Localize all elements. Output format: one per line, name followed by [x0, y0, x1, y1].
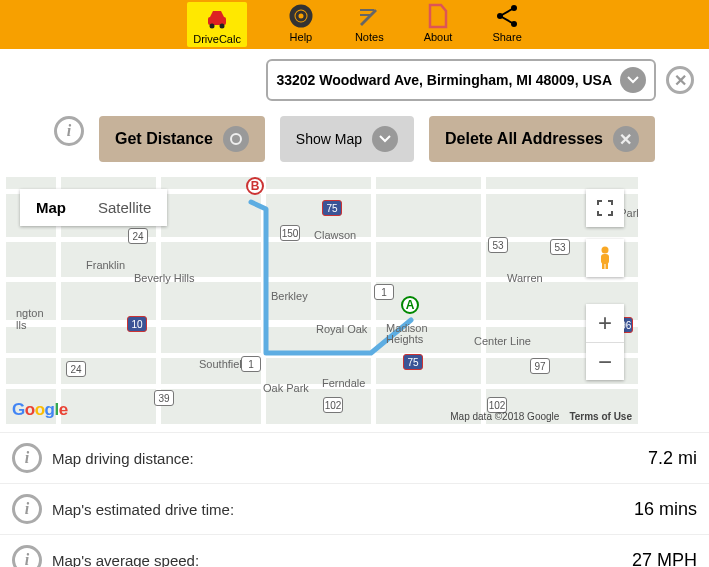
- svg-point-13: [602, 247, 609, 254]
- route-shield: 1: [374, 284, 394, 300]
- route-shield: 39: [154, 390, 174, 406]
- place-label: Center Line: [474, 335, 531, 347]
- route-shield: 75: [322, 200, 342, 216]
- map[interactable]: A B Franklin Beverly Hills Clawson Berkl…: [6, 177, 638, 424]
- place-label: Royal Oak: [316, 323, 367, 335]
- stat-value: 7.2 mi: [648, 448, 697, 469]
- nav-label: DriveCalc: [193, 33, 241, 45]
- stat-label: Map's estimated drive time:: [52, 501, 234, 518]
- gear-icon: [223, 126, 249, 152]
- stat-label: Map driving distance:: [52, 450, 194, 467]
- show-map-button[interactable]: Show Map: [280, 116, 414, 162]
- marker-b[interactable]: B: [246, 177, 266, 205]
- info-icon[interactable]: i: [12, 443, 42, 473]
- place-label: Ferndale: [322, 377, 365, 389]
- svg-rect-15: [602, 263, 605, 269]
- place-label: Berkley: [271, 290, 308, 302]
- stat-time: i Map's estimated drive time: 16 mins: [0, 483, 709, 534]
- svg-line-11: [500, 16, 514, 24]
- svg-rect-5: [360, 9, 374, 11]
- terms-link[interactable]: Terms of Use: [569, 411, 632, 422]
- notes-icon: [355, 2, 383, 30]
- place-label: Beverly Hills: [134, 272, 195, 284]
- svg-rect-14: [601, 254, 609, 264]
- map-type-satellite[interactable]: Satellite: [82, 189, 167, 226]
- close-icon: ✕: [613, 126, 639, 152]
- route-shield: 102: [323, 397, 343, 413]
- nav-drivecalc[interactable]: DriveCalc: [187, 2, 247, 47]
- stat-distance: i Map driving distance: 7.2 mi: [0, 432, 709, 483]
- place-label: Clawson: [314, 229, 356, 241]
- route-shield: 10: [127, 316, 147, 332]
- svg-rect-6: [360, 14, 370, 16]
- gear-icon: [287, 2, 315, 30]
- pegman-icon[interactable]: [586, 239, 624, 277]
- route-shield: 53: [488, 237, 508, 253]
- button-label: Show Map: [296, 131, 362, 147]
- svg-point-12: [231, 134, 241, 144]
- place-label: Warren: [507, 272, 543, 284]
- zoom-in-button[interactable]: +: [586, 304, 624, 342]
- stats-panel: i Map driving distance: 7.2 mi i Map's e…: [0, 424, 709, 567]
- svg-rect-0: [208, 17, 226, 25]
- button-row: i Get Distance Show Map Delete All Addre…: [0, 111, 709, 177]
- get-distance-button[interactable]: Get Distance: [99, 116, 265, 162]
- place-label: Oak Park: [263, 382, 309, 394]
- address-row: 33202 Woodward Ave, Birmingham, MI 48009…: [0, 49, 709, 111]
- nav-label: About: [424, 31, 453, 43]
- zoom-out-button[interactable]: −: [586, 342, 624, 380]
- button-label: Delete All Addresses: [445, 130, 603, 148]
- nav-help[interactable]: Help: [287, 2, 315, 47]
- fullscreen-icon[interactable]: [586, 189, 624, 227]
- address-box[interactable]: 33202 Woodward Ave, Birmingham, MI 48009…: [266, 59, 656, 101]
- delete-all-button[interactable]: Delete All Addresses ✕: [429, 116, 655, 162]
- nav-label: Share: [492, 31, 521, 43]
- info-icon[interactable]: i: [12, 545, 42, 567]
- share-icon: [493, 2, 521, 30]
- place-label: Madison Heights: [386, 323, 428, 345]
- top-nav: DriveCalc Help Notes About Share: [0, 0, 709, 49]
- info-icon[interactable]: i: [54, 116, 84, 146]
- map-type-map[interactable]: Map: [20, 189, 82, 226]
- route-shield: 75: [403, 354, 423, 370]
- svg-line-10: [500, 8, 514, 16]
- svg-point-2: [220, 24, 225, 29]
- svg-point-3: [292, 7, 310, 25]
- map-attribution: Map data ©2018 Google Terms of Use: [444, 409, 638, 424]
- stat-label: Map's average speed:: [52, 552, 199, 568]
- zoom-control: + −: [586, 304, 624, 380]
- stat-value: 16 mins: [634, 499, 697, 520]
- route-shield: 97: [530, 358, 550, 374]
- route-shield: 1: [241, 356, 261, 372]
- car-icon: [203, 4, 231, 32]
- svg-rect-16: [606, 263, 609, 269]
- nav-label: Notes: [355, 31, 384, 43]
- route-shield: 24: [128, 228, 148, 244]
- file-icon: [424, 2, 452, 30]
- svg-point-1: [210, 24, 215, 29]
- info-icon[interactable]: i: [12, 494, 42, 524]
- chevron-down-icon[interactable]: [620, 67, 646, 93]
- nav-notes[interactable]: Notes: [355, 2, 384, 47]
- route-shield: 53: [550, 239, 570, 255]
- chevron-down-icon: [372, 126, 398, 152]
- button-label: Get Distance: [115, 130, 213, 148]
- google-logo: Google: [12, 400, 68, 420]
- marker-a[interactable]: A: [401, 296, 421, 324]
- clear-address-icon[interactable]: ✕: [666, 66, 694, 94]
- nav-label: Help: [290, 31, 313, 43]
- address-text: 33202 Woodward Ave, Birmingham, MI 48009…: [276, 72, 612, 88]
- stat-value: 27 MPH: [632, 550, 697, 568]
- route-shield: 24: [66, 361, 86, 377]
- nav-share[interactable]: Share: [492, 2, 521, 47]
- route-shield: 150: [280, 225, 300, 241]
- stat-speed: i Map's average speed: 27 MPH: [0, 534, 709, 567]
- place-label: Franklin: [86, 259, 125, 271]
- map-type-control: Map Satellite: [20, 189, 167, 226]
- svg-point-4: [297, 12, 305, 20]
- nav-about[interactable]: About: [424, 2, 453, 47]
